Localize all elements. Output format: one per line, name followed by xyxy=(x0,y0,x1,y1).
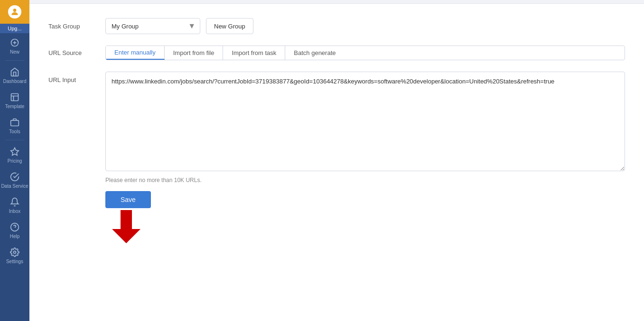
avatar-circle xyxy=(8,5,21,18)
sidebar-item-new-label: New xyxy=(10,49,19,55)
sidebar-item-inbox-label: Inbox xyxy=(9,209,20,214)
sidebar-item-dashboard-label: Dashboard xyxy=(3,79,27,84)
sidebar-item-help[interactable]: Help xyxy=(0,218,29,243)
sidebar-item-settings[interactable]: Settings xyxy=(0,243,29,268)
svg-marker-10 xyxy=(112,210,140,243)
sidebar-item-inbox[interactable]: Inbox xyxy=(0,193,29,218)
tab-enter-manually[interactable]: Enter manually xyxy=(106,46,165,60)
url-source-tabs: Enter manually Import from file Import f… xyxy=(105,46,625,60)
tab-import-from-file[interactable]: Import from file xyxy=(165,46,224,60)
main-content: Task Group My Group ▼ New Group URL Sour… xyxy=(29,0,644,321)
url-source-tabs-container: Enter manually Import from file Import f… xyxy=(105,46,625,60)
sidebar-divider-2 xyxy=(5,140,24,140)
url-input-label: URL Input xyxy=(48,72,105,83)
svg-rect-5 xyxy=(11,120,19,126)
tab-batch-generate[interactable]: Batch generate xyxy=(285,46,344,60)
sidebar-item-pricing-label: Pricing xyxy=(8,158,22,164)
sidebar-item-help-label: Help xyxy=(10,234,20,239)
task-group-row: Task Group My Group ▼ New Group xyxy=(48,18,625,34)
sidebar-item-template-label: Template xyxy=(5,104,25,109)
url-hint-text: Please enter no more than 10K URLs. xyxy=(105,177,625,183)
tab-import-from-task[interactable]: Import from task xyxy=(223,46,285,60)
sidebar-item-new[interactable]: New xyxy=(0,33,29,58)
sidebar-item-tools[interactable]: Tools xyxy=(0,113,29,138)
url-input-textarea[interactable]: https://www.linkedin.com/jobs/search/?cu… xyxy=(105,72,625,171)
svg-rect-4 xyxy=(11,94,19,101)
url-source-label: URL Source xyxy=(48,49,105,56)
svg-point-8 xyxy=(14,251,16,254)
top-bar xyxy=(29,0,644,4)
sidebar-item-tools-label: Tools xyxy=(9,129,20,134)
sidebar: Upg... New Dashboard Template Tools xyxy=(0,0,29,321)
save-button[interactable]: Save xyxy=(105,191,151,208)
upgrade-button[interactable]: Upg... xyxy=(0,24,29,33)
task-group-select-wrapper: My Group ▼ xyxy=(105,18,200,34)
task-group-label: Task Group xyxy=(48,23,105,30)
sidebar-item-data-service-label: Data Service xyxy=(1,183,28,189)
url-input-row: URL Input https://www.linkedin.com/jobs/… xyxy=(48,72,625,245)
svg-point-0 xyxy=(13,9,17,12)
sidebar-item-dashboard[interactable]: Dashboard xyxy=(0,63,29,88)
sidebar-item-data-service[interactable]: Data Service xyxy=(0,167,29,193)
sidebar-divider-1 xyxy=(5,60,24,61)
avatar[interactable] xyxy=(0,0,29,24)
task-group-select[interactable]: My Group xyxy=(105,18,200,34)
url-input-control: https://www.linkedin.com/jobs/search/?cu… xyxy=(105,72,625,245)
sidebar-item-pricing[interactable]: Pricing xyxy=(0,142,29,167)
new-group-button[interactable]: New Group xyxy=(206,18,253,34)
red-arrow-icon xyxy=(112,210,140,243)
url-source-row: URL Source Enter manually Import from fi… xyxy=(48,46,625,60)
content-area: Task Group My Group ▼ New Group URL Sour… xyxy=(29,4,644,271)
task-group-control: My Group ▼ New Group xyxy=(105,18,625,34)
sidebar-item-template[interactable]: Template xyxy=(0,88,29,113)
sidebar-item-settings-label: Settings xyxy=(6,259,23,264)
arrow-indicator xyxy=(105,210,625,245)
